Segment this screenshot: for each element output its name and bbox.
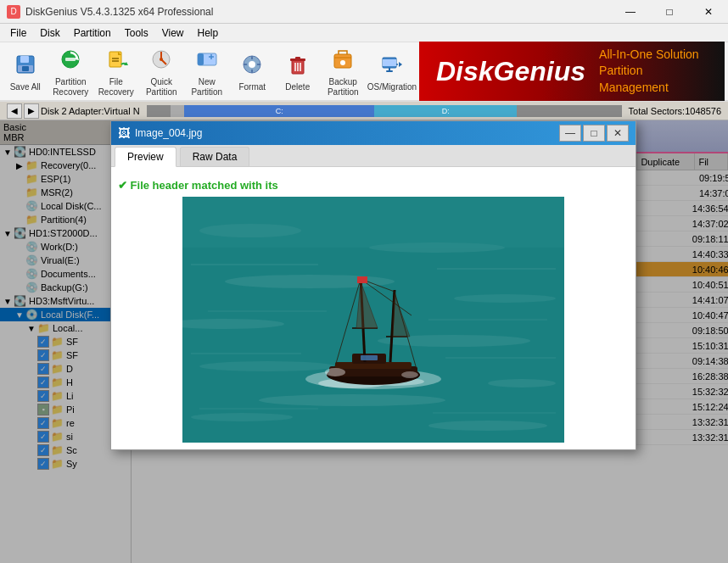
disk-nav-next[interactable]: ▶ — [24, 103, 39, 119]
modal-title: Image_004.jpg — [135, 127, 559, 139]
quick-partition-button[interactable]: QuickPartition — [140, 45, 184, 98]
boat-svg — [182, 197, 564, 443]
brand-subtext: Partition Management — [599, 63, 708, 96]
brand-subtitle: All-In-One Solution Partition Management — [599, 47, 708, 97]
delete-button[interactable]: Delete — [276, 45, 320, 98]
save-all-icon — [14, 53, 37, 81]
svg-rect-50 — [182, 197, 564, 248]
modal-title-bar: 🖼 Image_004.jpg — □ ✕ — [111, 121, 636, 145]
disk-partition-bar: C: D: — [147, 105, 622, 117]
delete-icon — [286, 53, 310, 81]
backup-partition-icon — [331, 47, 355, 75]
svg-point-70 — [401, 371, 418, 378]
format-button[interactable]: Format — [231, 45, 275, 98]
svg-marker-37 — [399, 62, 402, 67]
app-icon: D — [7, 5, 20, 19]
svg-point-46 — [488, 379, 556, 387]
main-area: Basic MBR ▼ 💽 HD0:INTELSSD ▶ 📁 Recovery(… — [0, 120, 728, 563]
disk-seg-c: C: — [184, 105, 374, 117]
svg-rect-68 — [357, 276, 367, 283]
toolbar: Save All PartitionRecovery FileRecovery — [0, 42, 728, 102]
backup-partition-label: BackupPartition — [328, 77, 359, 98]
minimize-button[interactable]: — — [611, 0, 650, 24]
modal-content: ✔ File header matched with its — [111, 167, 636, 449]
partition-recovery-label: PartitionRecovery — [53, 77, 88, 98]
new-partition-icon — [195, 47, 219, 75]
svg-point-32 — [340, 60, 345, 65]
boat-image-canvas — [182, 197, 564, 443]
svg-rect-36 — [383, 59, 396, 66]
svg-rect-21 — [251, 70, 253, 73]
svg-rect-15 — [198, 53, 204, 65]
tab-preview[interactable]: Preview — [115, 147, 176, 167]
menu-tools[interactable]: Tools — [118, 25, 155, 41]
disk-seg-d: D: — [374, 105, 517, 117]
tab-raw-data[interactable]: Raw Data — [180, 147, 250, 166]
quick-partition-icon — [149, 47, 173, 75]
disk-bar: ◀ ▶ Disk 2 Adapter:Virtual N C: D: Total… — [0, 102, 728, 120]
menu-disk[interactable]: Disk — [33, 25, 66, 41]
svg-rect-35 — [386, 70, 393, 72]
svg-point-42 — [454, 294, 556, 303]
svg-rect-26 — [295, 57, 300, 59]
backup-partition-button[interactable]: BackupPartition — [322, 45, 366, 98]
svg-rect-1 — [20, 56, 29, 63]
save-all-label: Save All — [10, 82, 41, 92]
window-controls: — □ ✕ — [611, 0, 728, 24]
svg-point-41 — [225, 275, 395, 288]
modal-overlay: 🖼 Image_004.jpg — □ ✕ Preview Raw Data ✔… — [0, 120, 728, 563]
menu-partition[interactable]: Partition — [67, 25, 118, 41]
disk-nav-prev[interactable]: ◀ — [7, 103, 22, 119]
os-migration-label: OS/Migration — [367, 82, 417, 92]
format-label: Format — [238, 82, 266, 92]
file-recovery-icon — [104, 47, 128, 75]
modal-minimize-button[interactable]: — — [559, 125, 581, 142]
modal-status: ✔ File header matched with its — [118, 174, 629, 197]
svg-rect-6 — [65, 58, 76, 61]
svg-rect-23 — [257, 64, 260, 65]
disk-seg-esp — [171, 105, 185, 117]
svg-point-45 — [199, 361, 335, 371]
total-sectors: Total Sectors:1048576 — [629, 106, 721, 116]
svg-point-13 — [160, 58, 163, 61]
file-recovery-button[interactable]: FileRecovery — [94, 45, 138, 98]
os-migration-icon — [380, 53, 404, 81]
menu-bar: File Disk Partition Tools View Help — [0, 24, 728, 42]
svg-point-48 — [191, 413, 293, 421]
svg-point-19 — [249, 61, 255, 68]
close-button[interactable]: ✕ — [689, 0, 728, 24]
branding: DiskGenius All-In-One Solution Partition… — [419, 42, 725, 101]
modal-file-icon: 🖼 — [118, 126, 130, 140]
disk-label: Disk 2 Adapter:Virtual N — [41, 106, 140, 116]
menu-view[interactable]: View — [155, 25, 191, 41]
svg-point-47 — [259, 394, 445, 406]
modal-tabs: Preview Raw Data — [111, 145, 636, 167]
format-icon — [240, 53, 264, 81]
modal-dialog: 🖼 Image_004.jpg — □ ✕ Preview Raw Data ✔… — [110, 120, 636, 450]
modal-maximize-button[interactable]: □ — [583, 125, 605, 142]
menu-file[interactable]: File — [3, 25, 33, 41]
svg-rect-71 — [361, 355, 378, 360]
maximize-button[interactable]: □ — [650, 0, 689, 24]
partition-recovery-button[interactable]: PartitionRecovery — [49, 45, 93, 98]
disk-seg-free — [517, 105, 621, 117]
brand-tagline: All-In-One Solution — [599, 47, 708, 64]
svg-rect-22 — [244, 64, 247, 65]
disk-seg-recovery — [147, 105, 171, 117]
delete-label: Delete — [285, 82, 310, 92]
partition-recovery-icon — [59, 47, 82, 75]
new-partition-label: NewPartition — [191, 77, 222, 98]
os-migration-button[interactable]: OS/Migration — [367, 45, 417, 98]
title-bar: D DiskGenius V5.4.3.1325 x64 Professiona… — [0, 0, 728, 24]
modal-close-button[interactable]: ✕ — [607, 125, 629, 142]
svg-rect-20 — [251, 56, 253, 59]
svg-point-49 — [428, 421, 547, 431]
new-partition-button[interactable]: NewPartition — [185, 45, 229, 98]
save-all-button[interactable]: Save All — [3, 45, 48, 98]
quick-partition-label: QuickPartition — [146, 77, 177, 98]
svg-rect-3 — [22, 66, 29, 71]
file-recovery-label: FileRecovery — [98, 77, 134, 98]
modal-image — [118, 197, 629, 443]
menu-help[interactable]: Help — [191, 25, 226, 41]
modal-controls: — □ ✕ — [559, 125, 629, 142]
